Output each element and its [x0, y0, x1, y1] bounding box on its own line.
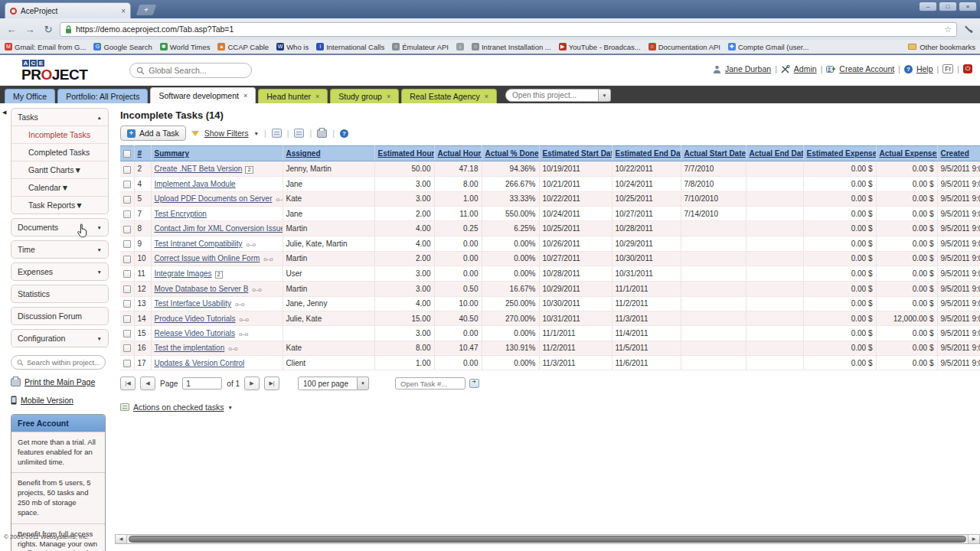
print-main-page-link[interactable]: Print the Main Page [24, 377, 95, 386]
bookmark-item[interactable]: ○ Émulateur API [392, 43, 449, 51]
project-tab[interactable]: Software development × [150, 87, 256, 103]
global-search-input[interactable] [149, 66, 237, 75]
first-page-button[interactable]: |◀ [120, 377, 136, 390]
sidebar-item[interactable]: Expenses ▼ [11, 263, 108, 280]
sidebar-item-label[interactable]: Discussion Forum [18, 311, 82, 321]
sidebar-item[interactable]: Configuration ▼ [11, 330, 108, 347]
task-summary-link[interactable]: Produce Video Tutorials [155, 315, 236, 323]
select-all-checkbox[interactable] [123, 150, 131, 158]
task-summary-link[interactable]: Create .NET Beta Version [155, 165, 243, 173]
row-checkbox[interactable] [123, 344, 131, 352]
tab-close-icon[interactable]: × [315, 93, 319, 100]
row-checkbox[interactable] [123, 181, 131, 188]
row-checkbox[interactable] [123, 270, 131, 278]
scroll-left-arrow[interactable]: ◀ [116, 535, 127, 543]
chevron-down-icon[interactable]: ▼ [358, 377, 369, 390]
sidebar-item[interactable]: Statistics [11, 285, 108, 302]
prev-page-button[interactable]: ◀ [140, 377, 155, 390]
task-summary-link[interactable]: Integrate Images [155, 269, 212, 278]
task-summary-link[interactable]: Updates & Version Control [155, 359, 245, 367]
actions-on-checked-tasks-link[interactable]: Actions on checked tasks [133, 403, 224, 412]
tab-close-icon[interactable]: × [485, 93, 488, 100]
col-header-num[interactable]: # [134, 146, 151, 161]
sidebar-item[interactable]: Time ▼ [11, 241, 108, 258]
col-header-summary[interactable]: Summary [151, 146, 283, 161]
row-checkbox[interactable] [123, 315, 131, 323]
sidebar-subitem-label[interactable]: Completed Tasks [28, 148, 90, 157]
bookmark-item[interactable]: ○ Intranet Installation ... [472, 43, 551, 51]
project-tab[interactable]: Head hunter × [258, 89, 328, 103]
bookmark-item[interactable]: ✱ World Times [160, 43, 211, 51]
scroll-right-arrow[interactable]: ▶ [968, 535, 979, 543]
col-header-est-hours[interactable]: Estimated Hours [374, 146, 434, 161]
project-tab[interactable]: Study group × [330, 89, 399, 103]
aceproject-logo[interactable]: A C E PROJECT [21, 60, 87, 82]
tab-close-icon[interactable]: × [243, 92, 247, 99]
sidebar-subitem[interactable]: Incomplete Tasks [11, 126, 108, 143]
next-page-button[interactable]: ▶ [244, 377, 260, 390]
col-header-est-end[interactable]: Estimated End Date [612, 146, 681, 161]
forward-button[interactable]: → [23, 24, 37, 35]
reload-button[interactable]: ↻ [41, 24, 55, 35]
minimize-button[interactable]: – [919, 2, 937, 11]
bookmark-item[interactable]: ▶ YouTube - Broadcas... [559, 43, 641, 51]
col-header-act-end[interactable]: Actual End Date [746, 146, 803, 161]
create-account-link[interactable]: Create Account [839, 64, 894, 73]
language-toggle[interactable]: Fr [942, 64, 953, 73]
open-project-dropdown[interactable]: Open this project...▼ [505, 89, 611, 102]
page-number-input[interactable] [182, 377, 222, 390]
bookmark-item[interactable]: ▲ CCAP Cable [217, 43, 269, 51]
col-header-act-start[interactable]: Actual Start Date [681, 146, 746, 161]
bookmark-item[interactable]: i International Calls [316, 43, 384, 51]
row-checkbox[interactable] [123, 196, 131, 204]
row-checkbox[interactable] [123, 300, 131, 308]
open-task-go-icon[interactable] [469, 379, 479, 388]
mobile-version-link[interactable]: Mobile Version [21, 396, 74, 405]
row-checkbox[interactable] [123, 166, 131, 174]
logout-icon[interactable]: ⏻ [963, 64, 972, 73]
sidebar-subitem-label[interactable]: Calendar [28, 183, 61, 192]
row-checkbox[interactable] [123, 240, 131, 248]
bookmark-star-icon[interactable]: ☆ [944, 24, 952, 34]
bookmark-item[interactable]: ↓ [456, 43, 464, 51]
bookmark-item[interactable]: ○ Documentation API [648, 43, 720, 51]
row-checkbox[interactable] [123, 256, 131, 263]
task-summary-link[interactable]: Test the implentation [155, 344, 225, 352]
maximize-button[interactable]: □ [939, 2, 957, 11]
show-filters-link[interactable]: Show Filters [204, 129, 249, 138]
sidebar-item-label[interactable]: Time [18, 245, 35, 254]
per-page-select[interactable]: 100 per page ▼ [298, 377, 369, 390]
sidebar-item[interactable]: Documents ▼ [11, 219, 108, 236]
new-tab-button[interactable]: + [136, 5, 157, 15]
sidebar-subitem-label[interactable]: Gantt Charts [28, 165, 74, 174]
global-search-box[interactable] [129, 63, 252, 78]
row-checkbox[interactable] [123, 285, 131, 293]
col-header-created[interactable]: Created [937, 146, 980, 161]
task-summary-link[interactable]: Contact Jim for XML Conversion Issue [155, 224, 283, 233]
bookmark-item[interactable]: M Gmail: Email from G... [5, 43, 86, 51]
col-header-est-start[interactable]: Estimated Start Date [539, 146, 612, 161]
open-task-input[interactable] [395, 377, 466, 390]
row-checkbox[interactable] [123, 226, 131, 233]
sidebar-item-tasks[interactable]: Tasks ▲ [11, 109, 108, 126]
back-button[interactable]: ← [5, 24, 18, 35]
bookmark-item[interactable]: ✚ Compte Gmail (user... [728, 43, 808, 51]
project-search-input[interactable] [27, 358, 100, 367]
browser-tab[interactable]: AceProject × [5, 2, 131, 18]
chevron-down-icon[interactable]: ▼ [599, 89, 611, 102]
horizontal-scrollbar[interactable]: ◀ ▶ [115, 534, 980, 544]
task-summary-link[interactable]: Implement Java Module [155, 180, 236, 188]
task-summary-link[interactable]: Move Database to Server B [155, 285, 249, 293]
last-page-button[interactable]: ▶| [264, 377, 279, 390]
sidebar-subitem-label[interactable]: Task Reports [28, 201, 75, 210]
project-tab[interactable]: Real Estate Agency × [401, 89, 497, 103]
sidebar-item-label[interactable]: Documents [18, 223, 58, 232]
help-icon[interactable]: ? [340, 129, 348, 138]
task-summary-link[interactable]: Test Interface Usability [155, 299, 232, 308]
task-summary-link[interactable]: Upload PDF Documents on Server [155, 194, 273, 203]
sidebar-item-label[interactable]: Statistics [18, 289, 50, 298]
export-icon[interactable] [294, 129, 304, 138]
other-bookmarks[interactable]: Other bookmarks [908, 43, 975, 51]
add-task-button[interactable]: + Add a Task [120, 126, 186, 141]
project-search-box[interactable] [11, 355, 106, 370]
